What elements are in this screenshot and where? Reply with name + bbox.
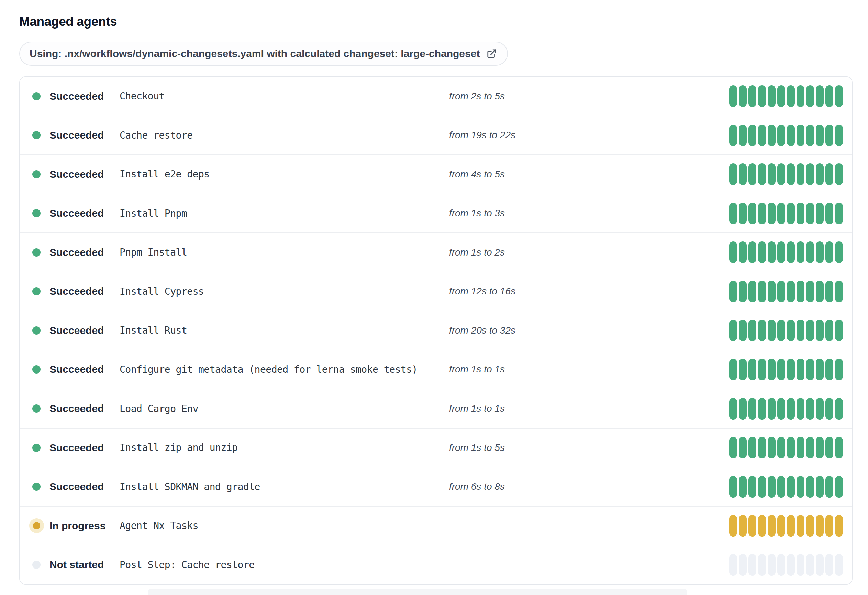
- external-link-icon[interactable]: [487, 49, 497, 59]
- agent-step-row[interactable]: Succeeded Install Pnpm from 1s to 3s: [20, 194, 852, 233]
- status-dot-succeeded: [32, 365, 41, 373]
- bar-segment: [777, 124, 785, 146]
- bar-segment: [797, 554, 805, 576]
- step-duration: from 1s to 1s: [449, 403, 729, 414]
- bar-segment: [758, 437, 766, 459]
- bar-segment: [835, 437, 843, 459]
- step-name: Agent Nx Tasks: [120, 520, 449, 531]
- bar-segment: [787, 281, 795, 302]
- agent-step-row[interactable]: Succeeded Install Cypress from 12s to 16…: [20, 272, 852, 311]
- bar-segment: [748, 163, 756, 185]
- bar-segment: [816, 320, 824, 341]
- agent-step-row[interactable]: Succeeded Configure git metadata (needed…: [20, 350, 852, 389]
- bar-segment: [768, 203, 776, 224]
- status-label: Succeeded: [49, 129, 104, 141]
- agent-step-row[interactable]: Succeeded Install SDKMAN and gradle from…: [20, 467, 852, 506]
- bar-segment: [777, 476, 785, 498]
- bar-segment: [787, 476, 795, 498]
- bar-segment: [825, 515, 833, 537]
- bar-segment: [748, 85, 756, 107]
- status-dot-succeeded: [32, 131, 41, 139]
- bar-segment: [758, 320, 766, 341]
- status-label: Succeeded: [49, 325, 104, 336]
- bar-segment: [825, 85, 833, 107]
- status-cell: Succeeded: [32, 207, 120, 219]
- agent-step-row[interactable]: Succeeded Load Cargo Env from 1s to 1s: [20, 389, 852, 428]
- bar-segment: [797, 359, 805, 380]
- bar-segment: [739, 281, 747, 302]
- bar-segment: [739, 515, 747, 537]
- bar-segment: [758, 554, 766, 576]
- bar-segment: [729, 437, 737, 459]
- agent-step-row[interactable]: Succeeded Install zip and unzip from 1s …: [20, 428, 852, 467]
- agent-step-row[interactable]: Not started Post Step: Cache restore: [20, 545, 852, 584]
- bar-segment: [797, 437, 805, 459]
- status-dot-in-progress: [33, 522, 40, 529]
- bar-segment: [748, 554, 756, 576]
- agent-step-row[interactable]: Succeeded Checkout from 2s to 5s: [20, 77, 852, 115]
- agent-progress-bar: [729, 476, 843, 498]
- status-cell: Succeeded: [32, 364, 120, 375]
- agent-progress-bar: [729, 203, 843, 224]
- bar-segment: [816, 241, 824, 263]
- bar-segment: [806, 203, 814, 224]
- agent-progress-bar: [729, 85, 843, 107]
- agent-progress-bar: [729, 398, 843, 420]
- step-name: Install Pnpm: [120, 208, 449, 219]
- status-label: Not started: [49, 559, 104, 571]
- bar-segment: [758, 476, 766, 498]
- agent-step-row[interactable]: Succeeded Install Rust from 20s to 32s: [20, 311, 852, 350]
- bar-segment: [825, 241, 833, 263]
- bar-segment: [777, 203, 785, 224]
- agent-step-row[interactable]: Succeeded Pnpm Install from 1s to 2s: [20, 232, 852, 272]
- bar-segment: [768, 554, 776, 576]
- bar-segment: [816, 85, 824, 107]
- bar-segment: [835, 398, 843, 420]
- bar-segment: [739, 437, 747, 459]
- status-cell: Not started: [32, 559, 120, 571]
- status-dot-succeeded: [32, 92, 41, 101]
- bar-segment: [748, 320, 756, 341]
- step-duration: from 1s to 3s: [449, 208, 729, 219]
- bar-segment: [777, 241, 785, 263]
- bar-segment: [768, 515, 776, 537]
- status-dot-succeeded: [32, 483, 41, 491]
- workflow-config-banner[interactable]: Using: .nx/workflows/dynamic-changesets.…: [19, 41, 508, 66]
- bar-segment: [768, 476, 776, 498]
- step-name: Install Cypress: [120, 286, 449, 297]
- bar-segment: [777, 515, 785, 537]
- agent-step-row[interactable]: Succeeded Cache restore from 19s to 22s: [20, 115, 852, 155]
- bar-segment: [748, 398, 756, 420]
- bar-segment: [768, 281, 776, 302]
- bar-segment: [816, 554, 824, 576]
- step-duration: from 12s to 16s: [449, 286, 729, 297]
- below-card-panel-edge: [148, 589, 687, 595]
- bar-segment: [739, 320, 747, 341]
- bar-segment: [729, 163, 737, 185]
- bar-segment: [748, 359, 756, 380]
- status-cell: Succeeded: [32, 286, 120, 297]
- agent-progress-bar: [729, 554, 843, 576]
- bar-segment: [816, 476, 824, 498]
- bar-segment: [806, 85, 814, 107]
- step-name: Install zip and unzip: [120, 442, 449, 453]
- bar-segment: [758, 241, 766, 263]
- agent-progress-bar: [729, 163, 843, 185]
- bar-segment: [729, 398, 737, 420]
- bar-segment: [787, 437, 795, 459]
- bar-segment: [768, 320, 776, 341]
- bar-segment: [797, 476, 805, 498]
- bar-segment: [825, 359, 833, 380]
- status-cell: Succeeded: [32, 90, 120, 102]
- agent-step-row[interactable]: In progress Agent Nx Tasks: [20, 506, 852, 545]
- bar-segment: [806, 359, 814, 380]
- bar-segment: [816, 163, 824, 185]
- bar-segment: [768, 163, 776, 185]
- agent-progress-bar: [729, 241, 843, 263]
- bar-segment: [729, 281, 737, 302]
- status-cell: Succeeded: [32, 169, 120, 180]
- status-cell: Succeeded: [32, 481, 120, 493]
- bar-segment: [787, 515, 795, 537]
- agent-step-row[interactable]: Succeeded Install e2e deps from 4s to 5s: [20, 154, 852, 194]
- step-name: Post Step: Cache restore: [120, 559, 449, 571]
